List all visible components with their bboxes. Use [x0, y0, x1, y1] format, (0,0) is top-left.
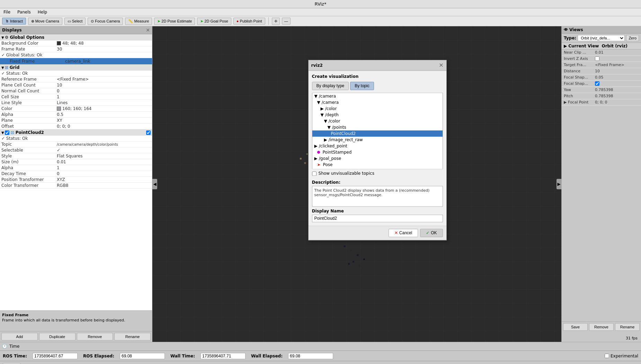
remove-button[interactable]: Remove — [77, 333, 113, 340]
modal-tree-points[interactable]: ▼ /points — [312, 125, 443, 131]
cancel-icon: ✕ — [394, 231, 398, 236]
create-visualization-modal: rviz2 ✕ Create visualization By display … — [308, 60, 447, 240]
select-button[interactable]: ▭ Select — [64, 18, 86, 25]
modal-tree-depth[interactable]: ▼ /depth — [312, 112, 443, 118]
background-color-row: Background Color 48; 48; 48 — [0, 40, 152, 46]
pointcloud2-visible-checkbox[interactable] — [146, 130, 151, 135]
grid-color-row: Color 160; 160; 164 — [0, 106, 152, 112]
invert-z-axis-row: Invert Z Axis — [562, 56, 641, 62]
pointcloud2-topic-value: /camera/camera/depth/color/points — [57, 143, 118, 146]
modal-tree-camera2[interactable]: ▼ /camera — [312, 100, 443, 106]
pointcloud2-status-row: ✓ Status: Ok — [0, 136, 152, 142]
modal-tree-clicked-point[interactable]: ▶ /clicked_point — [312, 143, 443, 149]
grid-color-swatch — [57, 107, 61, 111]
focal-shape-fixed-row: Focal Shap... — [562, 81, 641, 87]
grid-plane-value: XY — [57, 118, 62, 123]
interact-button[interactable]: 🖱 Interact — [2, 18, 26, 25]
modal-tree-depth-color[interactable]: ▼ /color — [312, 118, 443, 125]
focal-point-row: ▶ Focal Point 0; 0; 0 — [562, 99, 641, 106]
modal-tree-image-rect-raw[interactable]: ▶ /image_rect_raw — [312, 137, 443, 143]
2d-goal-pose-button[interactable]: ➤ 2D Goal Pose — [197, 18, 231, 25]
focal-shape-fixed-checkbox[interactable] — [595, 81, 599, 86]
pointcloud2-checkbox[interactable] — [5, 130, 9, 135]
ros-elapsed-input[interactable] — [120, 353, 165, 359]
invert-z-checkbox[interactable] — [595, 56, 599, 61]
cancel-button[interactable]: ✕ Cancel — [389, 229, 418, 237]
move-camera-button[interactable]: ⊕ Move Camera — [28, 18, 62, 25]
pointcloud2-alpha-row: Alpha 1 — [0, 165, 152, 171]
duplicate-button[interactable]: Duplicate — [39, 333, 75, 340]
measure-button[interactable]: 📏 Measure — [125, 18, 152, 25]
goal-pose-icon: ➤ — [200, 19, 203, 24]
grid-normal-cell-value: 0 — [57, 89, 60, 93]
current-view-expand-icon: ▶ — [564, 44, 567, 48]
views-remove-button[interactable]: Remove — [589, 323, 614, 331]
color-label: /color — [325, 107, 337, 111]
modal-tree-point-stamped[interactable]: PointStamped — [312, 149, 443, 156]
pointcloud2-style-value: Flat Squares — [57, 154, 83, 158]
pointcloud2-size-key: Size (m) — [1, 160, 57, 164]
grid-ref-frame-row: Reference Frame <Fixed Frame> — [0, 76, 152, 82]
menu-help[interactable]: Help — [36, 9, 48, 15]
grid-arrow: ▼ — [1, 66, 4, 70]
reset-button[interactable]: Reset — [3, 363, 20, 364]
views-rename-button[interactable]: Rename — [615, 323, 640, 331]
pointcloud2-topic-key: Topic — [1, 142, 57, 147]
global-options-row[interactable]: ▼ ⚙ Global Options — [0, 34, 152, 40]
wall-elapsed-label: Wall Elapsed: — [251, 354, 283, 358]
publish-point-button[interactable]: ● Publish Point — [233, 18, 265, 25]
modal-tree[interactable]: ▼ /camera ▼ /camera ▶ /color — [312, 93, 443, 169]
3d-view[interactable]: ◀ ▶ rviz2 ✕ Create visualization By disp… — [152, 26, 561, 342]
ok-button[interactable]: ✓ OK — [420, 229, 443, 237]
cursor-icon: 🖱 — [5, 19, 9, 23]
right-panel-buttons: Save Remove Rename — [562, 321, 641, 332]
window-title: RViz* — [315, 1, 327, 7]
points-label: /points — [332, 125, 346, 130]
camera-move-icon: ⊕ — [31, 19, 34, 24]
focus-icon: ⊙ — [91, 19, 94, 24]
frame-rate-key: Frame Rate — [1, 47, 57, 52]
experimental-checkbox[interactable] — [605, 354, 609, 358]
grid-row[interactable]: ▼ ⊞ Grid — [0, 64, 152, 71]
2d-pose-estimate-button[interactable]: ➤ 2D Pose Estimate — [154, 18, 195, 25]
add-button[interactable]: Add — [1, 333, 38, 340]
point-stamped-label: PointStamped — [323, 150, 352, 155]
zero-button[interactable]: Zero — [626, 35, 639, 41]
grid-alpha-key: Alpha — [1, 112, 57, 117]
focus-camera-button[interactable]: ⊙ Focus Camera — [88, 18, 123, 25]
fixed-frame-row[interactable]: Fixed Frame camera_link — [0, 58, 152, 64]
by-topic-tab[interactable]: By topic — [350, 82, 374, 90]
show-unvisualizable-checkbox[interactable] — [312, 171, 317, 176]
modal-tree-pose[interactable]: ➤ Pose — [312, 162, 443, 168]
create-visualization-label: Create visualization — [312, 74, 443, 79]
target-frame-value: <Fixed Frame> — [595, 63, 624, 67]
modal-close-icon[interactable]: ✕ — [439, 62, 443, 69]
rename-button[interactable]: Rename — [114, 333, 151, 340]
pointcloud2-row[interactable]: ▼ ⊡ PointCloud2 — [0, 129, 152, 136]
by-display-type-tab[interactable]: By display type — [312, 82, 349, 90]
modal-title-bar: rviz2 ✕ — [309, 61, 446, 71]
goal-pose-expand-icon: ▶ — [314, 156, 318, 161]
minus-button[interactable]: — — [282, 18, 291, 25]
displays-close-icon[interactable]: ✕ — [146, 27, 150, 33]
modal-tree-camera[interactable]: ▼ /camera — [312, 93, 443, 100]
modal-tree-color[interactable]: ▶ /color — [312, 106, 443, 112]
select-icon: ▭ — [68, 19, 71, 24]
modal-tree-pointcloud2[interactable]: PointCloud2 — [312, 131, 443, 137]
ros-time-input[interactable] — [33, 353, 78, 359]
wall-elapsed-input[interactable] — [288, 353, 333, 359]
modal-tree-goal-pose[interactable]: ▶ /goal_pose — [312, 156, 443, 162]
wall-time-input[interactable] — [201, 353, 246, 359]
menu-file[interactable]: File — [2, 9, 12, 15]
view-type-select[interactable]: Orbit (rviz_defa... — [578, 35, 625, 41]
ok-icon: ✓ — [426, 231, 429, 236]
camera2-label: /camera — [322, 100, 339, 105]
wall-time-label: Wall Time: — [170, 354, 195, 358]
display-name-input[interactable] — [312, 215, 443, 222]
focal-shape-size-row: Focal Shap... 0.05 — [562, 74, 641, 81]
pose-label: Pose — [323, 163, 333, 167]
crosshair-button[interactable]: ✛ — [272, 18, 280, 25]
pointcloud2-pos-transform-value: XYZ — [57, 177, 65, 182]
menu-panels[interactable]: Panels — [16, 9, 32, 15]
views-save-button[interactable]: Save — [563, 323, 588, 331]
